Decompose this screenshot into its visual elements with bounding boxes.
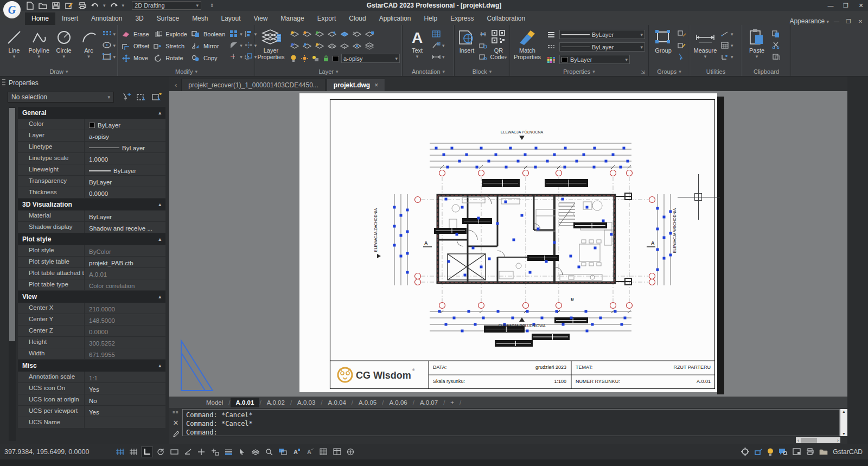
cut-icon[interactable] [770, 40, 781, 50]
fillet-icon[interactable] [228, 40, 239, 50]
palette-grip[interactable] [2, 79, 5, 87]
prop-row-color[interactable]: ColorByLayer [18, 119, 165, 130]
group-select-icon[interactable] [676, 52, 687, 62]
restore-button[interactable]: ❐ [839, 1, 853, 10]
tab-layout[interactable]: Layout [214, 12, 247, 25]
linetype-select[interactable]: ByLayer ▾ [559, 42, 645, 52]
layer-isolate-icon[interactable] [327, 29, 337, 39]
block-editor-icon[interactable] [478, 52, 489, 62]
drawing-canvas[interactable]: ELEWACJA PÓŁNOCNA ELEWACJA POŁUDNIOWA EL… [169, 91, 847, 397]
minimize-button[interactable]: — [824, 1, 838, 10]
section-3d-visualization[interactable]: 3D Visualization▴ [18, 199, 165, 210]
isometric-icon[interactable] [182, 446, 194, 457]
boolean-button[interactable]: Boolean [190, 29, 225, 40]
ortho-icon[interactable] [141, 446, 153, 457]
tab-manage[interactable]: Manage [274, 12, 310, 25]
color-select[interactable]: ByLayer ▾ [559, 55, 630, 64]
paste-button[interactable]: Paste▾ [744, 27, 769, 59]
chevron-down-icon[interactable]: ▾ [113, 31, 116, 37]
scroll-right-icon[interactable]: › [835, 438, 840, 443]
chevron-down-icon[interactable]: ▾ [442, 43, 445, 48]
grid-display-icon[interactable] [127, 446, 139, 457]
layer-previous-icon[interactable] [352, 29, 362, 39]
chevron-down-icon[interactable]: ▾ [442, 54, 445, 60]
explode-button[interactable]: Explode [152, 29, 187, 40]
layout-tab-a004[interactable]: A.0.04 [323, 398, 352, 407]
tab-application[interactable]: Application [373, 12, 418, 25]
dynamic-input-icon[interactable] [168, 446, 180, 457]
layout-tab-new[interactable]: + [445, 398, 459, 407]
arc-button[interactable]: Arc▾ [77, 27, 101, 59]
command-prompt[interactable]: Command: [186, 428, 836, 437]
tab-help[interactable]: Help [417, 12, 444, 25]
prop-row-annotation-scale[interactable]: Annotation scale1:1 [18, 372, 165, 383]
command-grip-icon[interactable]: ≡≡ [173, 410, 178, 415]
layer-merge-icon[interactable] [364, 41, 375, 51]
tab-surface[interactable]: Surface [150, 12, 186, 25]
ellipse-icon[interactable] [101, 40, 112, 50]
match-properties-button[interactable]: Match Properties [512, 27, 542, 60]
hint-bulb-icon[interactable] [767, 448, 774, 456]
prop-row-transparency[interactable]: TransparencyByLayer [18, 176, 165, 187]
panel-label-utilities[interactable]: Utilities [690, 67, 742, 76]
panel-label-clipboard[interactable]: Clipboard [742, 67, 790, 76]
tab-annotation[interactable]: Annotation [85, 12, 129, 25]
layout-tab-a002[interactable]: A.0.02 [261, 398, 290, 407]
trim-icon[interactable] [228, 52, 239, 62]
prop-row-linetype[interactable]: LinetypeByLayer [18, 142, 165, 153]
panel-label-draw[interactable]: Draw▾ [0, 67, 118, 76]
layer-lock-icon[interactable] [314, 29, 325, 39]
layer-thaw-icon[interactable] [302, 41, 312, 51]
insert-button[interactable]: Insert [457, 27, 477, 54]
layer-off-icon[interactable] [289, 41, 300, 51]
layout-tab-a006[interactable]: A.0.06 [384, 398, 412, 407]
prop-row-ucs-icon-on[interactable]: UCS icon OnYes [18, 383, 165, 394]
panel-label-groups[interactable]: Groups▾ [649, 67, 690, 76]
table-icon[interactable] [431, 29, 442, 39]
command-vertical-scrollbar[interactable]: ▲▼ [840, 409, 847, 436]
tab-cloud[interactable]: Cloud [342, 12, 372, 25]
select-objects-icon[interactable] [136, 92, 148, 103]
chevron-down-icon[interactable]: ▾ [113, 43, 116, 48]
layer-current-icon[interactable] [339, 41, 350, 51]
prop-row-plot-style-table[interactable]: Plot style tableprojekt_PAB.ctb [18, 257, 165, 268]
copy-clip-icon[interactable] [770, 29, 781, 39]
layout-tab-a001[interactable]: A.0.01 [231, 398, 260, 407]
tab-view[interactable]: View [247, 12, 275, 25]
prop-row-width[interactable]: Width671.9955 [18, 348, 165, 360]
group-button[interactable]: Group [651, 27, 675, 54]
toggle-pickadd-icon[interactable] [151, 92, 163, 103]
layer-lock2-icon[interactable] [322, 53, 330, 63]
palette-scrollbar[interactable] [9, 107, 16, 441]
transparency-icon[interactable] [317, 446, 329, 457]
folder-icon[interactable] [819, 449, 828, 455]
tab-3d[interactable]: 3D [129, 12, 150, 25]
prop-row-ucs-icon-origin[interactable]: UCS icon at originNo [18, 394, 165, 406]
panel-label-block[interactable]: Block▾ [455, 67, 509, 76]
chevron-down-icon[interactable]: ▾ [731, 31, 733, 37]
polyline-button[interactable]: Polyline▾ [27, 27, 51, 59]
group-edit-icon[interactable] [676, 40, 687, 50]
printer-icon[interactable] [806, 448, 814, 455]
prop-row-height[interactable]: Height300.5252 [18, 337, 165, 348]
qr-code-button[interactable]: QR Code▾ [490, 27, 507, 61]
zoom-icon[interactable] [263, 446, 275, 457]
search-chat-icon[interactable] [778, 448, 788, 455]
section-view[interactable]: View▴ [18, 291, 165, 303]
doc-restore-button[interactable]: ❐ [844, 18, 853, 24]
tab-scroll-left-icon[interactable]: ‹ [169, 81, 181, 91]
layout-tab-a007[interactable]: A.0.07 [414, 398, 443, 407]
section-misc[interactable]: Misc▴ [18, 360, 165, 372]
layer-unlock-icon[interactable] [314, 41, 325, 51]
annotation-scale-icon[interactable]: A [304, 446, 316, 457]
scale-icon[interactable] [243, 52, 254, 62]
point-multiple-icon[interactable] [101, 29, 112, 39]
prop-row-ucs-name[interactable]: UCS Name [18, 417, 165, 429]
erase-button[interactable]: Erase [120, 29, 149, 40]
tab-insert[interactable]: Insert [55, 12, 85, 25]
id-point-icon[interactable] [719, 52, 730, 62]
prop-row-material[interactable]: MaterialByLayer [18, 210, 165, 222]
panel-label-layer[interactable]: Layer▾ [255, 67, 402, 76]
layer-sun-icon[interactable] [300, 53, 309, 63]
stretch-button[interactable]: Stretch [152, 41, 187, 52]
